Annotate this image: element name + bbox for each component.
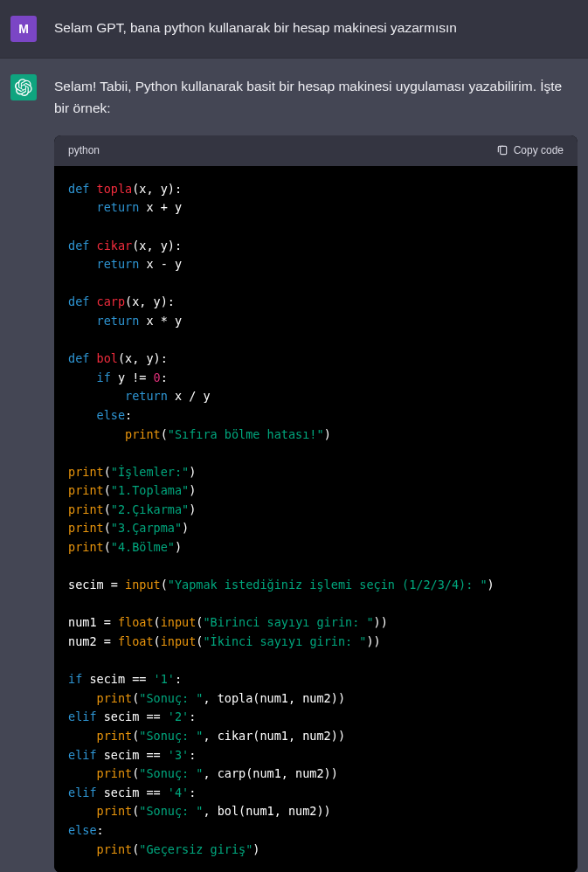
assistant-message-row: Selam! Tabii, Python kullanarak basit bi…	[0, 59, 588, 872]
code-language-label: python	[68, 142, 100, 159]
assistant-message-body: Selam! Tabii, Python kullanarak basit bi…	[54, 74, 578, 872]
user-message-text: Selam GPT, bana python kullanarak bir he…	[54, 17, 578, 39]
code-block: python Copy code def topla(x, y): return…	[54, 135, 578, 872]
user-message-row: M Selam GPT, bana python kullanarak bir …	[0, 0, 588, 59]
openai-icon	[15, 79, 32, 96]
assistant-avatar	[10, 74, 37, 100]
code-content[interactable]: def topla(x, y): return x + y def cikar(…	[54, 166, 578, 872]
user-avatar-letter: M	[18, 19, 29, 38]
user-message-body: Selam GPT, bana python kullanarak bir he…	[54, 16, 578, 42]
copy-code-label: Copy code	[514, 142, 564, 159]
assistant-intro-text: Selam! Tabii, Python kullanarak basit bi…	[54, 76, 578, 120]
copy-code-button[interactable]: Copy code	[496, 142, 564, 159]
svg-rect-0	[500, 147, 506, 155]
code-header: python Copy code	[54, 135, 578, 166]
user-avatar: M	[10, 16, 37, 42]
clipboard-icon	[496, 144, 508, 156]
